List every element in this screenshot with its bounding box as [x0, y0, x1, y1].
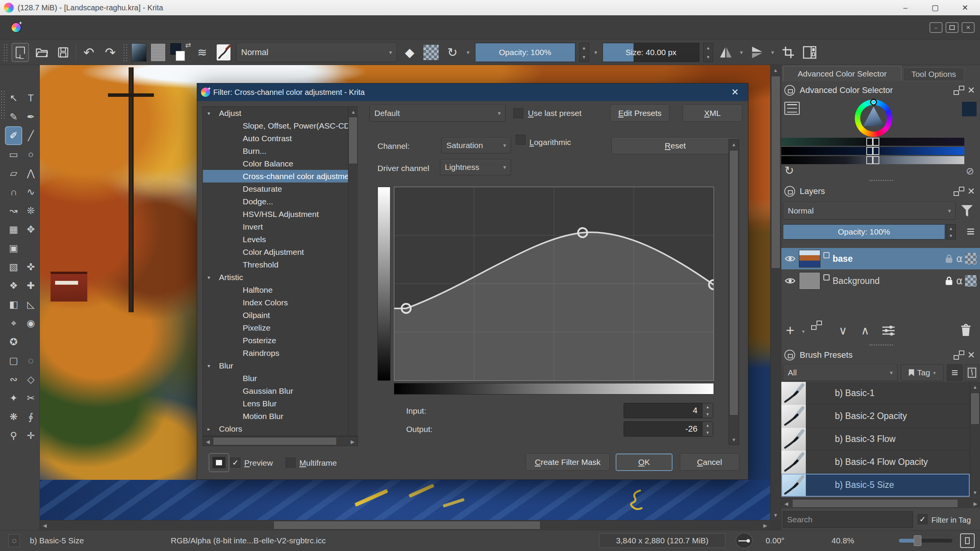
- tree-item[interactable]: Burn...: [203, 145, 358, 157]
- reload-preset-button[interactable]: ↻: [444, 43, 461, 62]
- measure-tool[interactable]: ◺: [22, 295, 39, 314]
- hue-shade-bar[interactable]: [781, 147, 964, 155]
- gradient-chooser[interactable]: [131, 43, 147, 62]
- canvas-horizontal-scrollbar[interactable]: ◀ ▶: [40, 520, 770, 530]
- value-bar[interactable]: [781, 156, 964, 164]
- color-wheel[interactable]: [855, 99, 892, 137]
- rectangular-selection-tool[interactable]: ▢: [5, 351, 22, 370]
- dialog-scrollbar[interactable]: ▲ ▼: [728, 139, 739, 445]
- brush-settings-button[interactable]: ≋: [193, 43, 211, 62]
- undo-button[interactable]: ↶: [80, 43, 98, 62]
- dialog-titlebar[interactable]: Filter: Cross-channel color adjustment -…: [197, 83, 748, 101]
- mirror-vertical-button[interactable]: [717, 43, 735, 62]
- tree-expand-icon[interactable]: ▾: [207, 274, 217, 280]
- layer-blending-combo[interactable]: Normal ▾: [783, 202, 956, 220]
- filter-in-tag-checkbox[interactable]: ✓: [918, 514, 928, 524]
- tree-item[interactable]: Cross-channel color adjustment: [203, 170, 358, 183]
- canvas-only-mode-button[interactable]: [960, 533, 975, 548]
- color-sampler-tool[interactable]: ✜: [22, 258, 39, 276]
- logarithmic-label[interactable]: Logarithmic: [529, 138, 571, 147]
- maximize-button[interactable]: ▢: [920, 0, 950, 15]
- input-value[interactable]: 4: [624, 403, 702, 418]
- blending-mode-combo[interactable]: Normal ▾: [236, 43, 397, 62]
- move-layer-down-button[interactable]: ∨: [839, 324, 847, 337]
- b) Basic-4 Flow Opacity[interactable]: b) Basic-4 Flow Opacity: [781, 451, 970, 474]
- preview-swatch-button[interactable]: [209, 453, 229, 472]
- scroll-down-icon[interactable]: ▼: [729, 435, 739, 445]
- line-tool[interactable]: ╱: [22, 126, 39, 145]
- tree-item[interactable]: Raindrops: [203, 347, 358, 359]
- tree-item[interactable]: Auto Contrast: [203, 132, 358, 145]
- tree-item[interactable]: ▸ Colors: [203, 422, 358, 435]
- alpha-lock-icon[interactable]: α: [956, 253, 963, 264]
- mirror-v-dropdown-arrow[interactable]: ▾: [738, 49, 745, 56]
- reload-dropdown-arrow[interactable]: ▾: [465, 49, 471, 56]
- input-spinner[interactable]: ▲▼: [702, 403, 713, 418]
- contiguous-selection-tool[interactable]: ❋: [5, 408, 22, 426]
- scroll-up-icon[interactable]: ▲: [970, 382, 980, 392]
- layer-row-base[interactable]: base α: [781, 248, 980, 269]
- selector-settings-icon[interactable]: [784, 102, 800, 115]
- scroll-left-icon[interactable]: ◀: [781, 499, 791, 509]
- alpha-lock-icon[interactable]: α: [956, 275, 963, 287]
- move-layer-up-button[interactable]: ∧: [861, 324, 869, 337]
- tree-item[interactable]: HSV/HSL Adjustment: [203, 208, 358, 220]
- visibility-eye-icon[interactable]: [781, 254, 799, 263]
- cancel-button[interactable]: Cancel: [680, 454, 739, 471]
- polygonal-selection-tool[interactable]: ◇: [22, 370, 39, 389]
- assistants-tool[interactable]: ⌖: [5, 314, 22, 333]
- inherit-alpha-icon[interactable]: [965, 275, 977, 287]
- b) Basic-2 Opacity[interactable]: b) Basic-2 Opacity: [781, 405, 970, 428]
- layer-properties-button[interactable]: [882, 324, 895, 339]
- ok-button[interactable]: OK: [616, 454, 672, 471]
- scroll-left-icon[interactable]: ◀: [40, 520, 50, 530]
- magnetic-selection-tool[interactable]: ✂: [22, 389, 39, 408]
- size-slider[interactable]: Size: 40.00 px: [603, 43, 699, 62]
- use-last-preset-checkbox[interactable]: [513, 108, 523, 118]
- tree-item[interactable]: ▾ Adjust: [203, 107, 358, 119]
- transform-tool[interactable]: ▦: [5, 220, 22, 239]
- mdi-restore-icon[interactable]: [946, 22, 959, 33]
- tree-item[interactable]: Dodge...: [203, 195, 358, 208]
- bar-handle[interactable]: [866, 156, 879, 164]
- tree-item[interactable]: ▾ Artistic: [203, 271, 358, 284]
- output-spinner[interactable]: ▲▼: [702, 422, 713, 436]
- preset-scroll-thumb[interactable]: [971, 393, 979, 424]
- b) Basic-1[interactable]: b) Basic-1: [781, 382, 970, 405]
- tree-item[interactable]: Index Colors: [203, 296, 358, 309]
- pattern-tool[interactable]: ❖: [5, 276, 22, 295]
- visibility-eye-icon[interactable]: [781, 277, 799, 285]
- smart-patch-tool[interactable]: ✚: [22, 276, 39, 295]
- tree-hscrollbar[interactable]: ◀ ▶: [203, 436, 358, 446]
- scroll-right-icon[interactable]: ▶: [760, 520, 770, 530]
- preserve-alpha-button[interactable]: [422, 43, 440, 62]
- selection-shape-icon[interactable]: ◌: [8, 534, 20, 547]
- filter-layers-icon[interactable]: [961, 205, 973, 217]
- similar-color-selection-tool[interactable]: ✦: [5, 389, 22, 408]
- reset-button[interactable]: Reset: [611, 137, 739, 154]
- color-history-bar[interactable]: [781, 138, 964, 146]
- edit-presets-button[interactable]: Edit Presets: [610, 105, 670, 122]
- toolbar-grip2[interactable]: [123, 44, 127, 61]
- scroll-up-icon[interactable]: ▲: [729, 139, 739, 149]
- scroll-down-icon[interactable]: ▼: [771, 510, 781, 520]
- open-document-button[interactable]: [33, 43, 51, 62]
- tree-item[interactable]: Lens Blur: [203, 397, 358, 410]
- freehand-path-tool[interactable]: ∿: [22, 183, 39, 201]
- freehand-brush-tool[interactable]: ✐: [5, 126, 22, 145]
- tree-item[interactable]: Posterize: [203, 334, 358, 347]
- preset-hscrollbar[interactable]: ◀ ▶: [781, 498, 980, 508]
- rectangle-tool[interactable]: ▭: [5, 145, 22, 164]
- multibrush-tool[interactable]: ❊: [22, 201, 39, 220]
- preview-label[interactable]: Preview: [244, 458, 273, 468]
- close-button[interactable]: ✕: [950, 0, 980, 15]
- pattern-chooser[interactable]: [150, 43, 166, 62]
- text-tool[interactable]: T: [22, 89, 39, 108]
- workspace-chooser-button[interactable]: [801, 43, 818, 62]
- bezier-selection-tool[interactable]: ∮: [22, 408, 39, 426]
- pan-tool[interactable]: ✛: [22, 426, 39, 445]
- status-canvas-size[interactable]: 3,840 x 2,880 (120.7 MiB): [599, 533, 725, 548]
- brush-editor-button[interactable]: [215, 43, 232, 62]
- elliptical-selection-tool[interactable]: ◌: [22, 351, 39, 370]
- v-scroll-thumb[interactable]: [772, 77, 780, 268]
